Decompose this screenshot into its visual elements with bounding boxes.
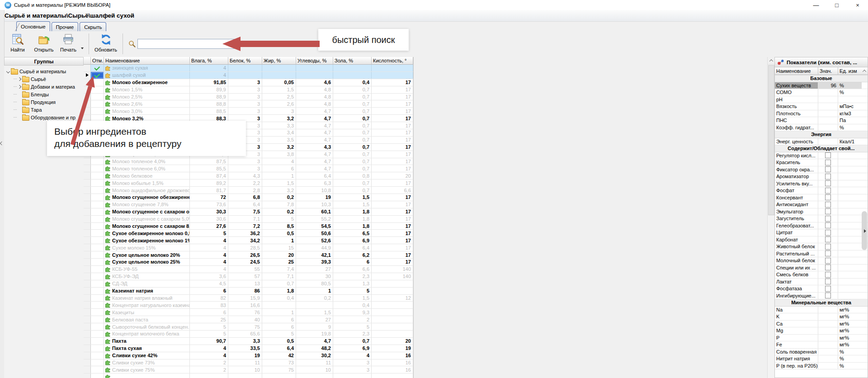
checkbox[interactable] bbox=[825, 293, 831, 298]
indicator-row[interactable]: Регулятор кисл... bbox=[775, 152, 868, 160]
check-cell[interactable] bbox=[91, 244, 104, 251]
check-cell[interactable] bbox=[91, 373, 104, 378]
table-row[interactable]: СД-ЭД4,5130,780,51,3 bbox=[84, 280, 413, 288]
scroll-up-button[interactable] bbox=[768, 57, 775, 65]
maximize-button[interactable]: □ bbox=[826, 0, 847, 10]
print-dropdown-button[interactable] bbox=[80, 33, 85, 56]
indicator-value[interactable] bbox=[818, 180, 838, 187]
sidebar-item-0[interactable]: Сырьё и материалы bbox=[4, 67, 84, 75]
check-cell[interactable] bbox=[91, 65, 104, 71]
indicator-value[interactable] bbox=[818, 243, 838, 250]
check-cell[interactable] bbox=[91, 331, 104, 337]
table-row[interactable]: Молоко 2,6%88,832,64,80,717 bbox=[84, 100, 413, 108]
indicator-row[interactable]: Антиоксидант bbox=[775, 201, 868, 208]
table-row[interactable]: КСБ-УФ-554557,4276,6140 bbox=[84, 266, 413, 273]
table-row[interactable]: Сухое цельное молоко 25%424,52539,3617 bbox=[84, 259, 413, 266]
sidebar-item-5[interactable]: Тара bbox=[4, 106, 84, 113]
check-cell[interactable] bbox=[91, 79, 104, 86]
indicator-row[interactable]: Усилитель вку... bbox=[775, 180, 868, 188]
tab-main[interactable]: Основные bbox=[16, 21, 50, 31]
indicator-value[interactable] bbox=[818, 265, 838, 271]
checkbox[interactable] bbox=[825, 216, 831, 222]
indicator-value[interactable] bbox=[818, 166, 838, 173]
table-row[interactable]: шалфей сухой4 bbox=[84, 72, 413, 79]
indicator-row[interactable]: Feмг% bbox=[775, 341, 868, 349]
table-row[interactable]: Сухое цельное молоко 20%426,52042,16,217 bbox=[84, 251, 413, 259]
panel-splitter-arrow-icon[interactable] bbox=[864, 229, 866, 233]
indicator-value[interactable] bbox=[818, 187, 838, 194]
indicator-row[interactable]: Гелеобразоват... bbox=[775, 222, 868, 230]
indicator-value[interactable] bbox=[818, 173, 838, 180]
column-header-2[interactable]: Наименование bbox=[104, 57, 190, 65]
check-cell[interactable] bbox=[91, 366, 104, 373]
sidebar-item-2[interactable]: Добавки и материа bbox=[4, 83, 84, 90]
checkbox[interactable] bbox=[825, 250, 831, 256]
indicator-value[interactable] bbox=[818, 279, 838, 285]
table-row[interactable]: Концентрат молочного белка565,6519,82,3 bbox=[84, 331, 413, 338]
column-header-5[interactable]: Жир, % bbox=[262, 57, 296, 65]
checkbox[interactable] bbox=[825, 230, 831, 236]
check-cell[interactable] bbox=[91, 216, 104, 222]
table-row[interactable]: Сухое молоко 15%428,51544,96,417 bbox=[84, 244, 413, 251]
indicator-row[interactable]: Коэфф. гидрат...% bbox=[775, 124, 868, 132]
minimize-button[interactable]: — bbox=[806, 0, 826, 10]
check-cell[interactable] bbox=[91, 316, 104, 323]
column-header-1[interactable]: Отм. bbox=[91, 57, 104, 65]
indicator-row[interactable]: P (в пер. на Р205)% bbox=[775, 363, 868, 370]
indicator-row[interactable]: Фиксатор окра... bbox=[775, 166, 868, 174]
column-name[interactable]: Наименование bbox=[775, 67, 818, 75]
check-cell[interactable] bbox=[91, 259, 104, 265]
check-cell[interactable] bbox=[91, 295, 104, 302]
indicator-row[interactable]: ВязкостьмПа•с bbox=[775, 103, 868, 110]
indicator-row[interactable]: Краситель bbox=[775, 159, 868, 166]
column-header-6[interactable]: Углеводы, % bbox=[296, 57, 333, 65]
checkbox[interactable] bbox=[825, 188, 831, 194]
checkbox[interactable] bbox=[825, 279, 831, 284]
table-row[interactable]: Сухое обезжиренное молоко 0,5%536,20,550… bbox=[84, 230, 413, 237]
check-cell[interactable] bbox=[91, 72, 104, 79]
table-row[interactable] bbox=[84, 373, 413, 378]
indicator-row[interactable]: Молочный белок bbox=[775, 257, 868, 265]
indicator-value[interactable] bbox=[818, 250, 838, 257]
indicator-value[interactable] bbox=[818, 159, 838, 166]
indicator-value[interactable] bbox=[818, 229, 838, 236]
indicator-row[interactable]: Растительный ... bbox=[775, 250, 868, 258]
find-button[interactable]: Найти bbox=[5, 33, 31, 52]
table-row[interactable]: Молоко сгущенное обезжиренное726,80,2191… bbox=[84, 194, 413, 201]
indicator-row[interactable]: Pмг% bbox=[775, 335, 868, 342]
sidebar-item-4[interactable]: Продукция bbox=[4, 98, 84, 106]
indicator-row[interactable]: Плотностькг/м3 bbox=[775, 110, 868, 118]
indicator-value[interactable] bbox=[818, 285, 838, 292]
check-cell[interactable] bbox=[91, 208, 104, 215]
check-cell[interactable] bbox=[91, 280, 104, 287]
checkbox[interactable] bbox=[825, 194, 831, 200]
check-cell[interactable] bbox=[91, 309, 104, 316]
chevron-right-icon[interactable] bbox=[18, 85, 21, 88]
indicator-value[interactable] bbox=[818, 257, 838, 264]
indicator-row[interactable]: Соль поваренная% bbox=[775, 349, 868, 356]
table-row[interactable]: Молоко белковое87,44,316,40,820 bbox=[84, 172, 413, 180]
indicator-value[interactable] bbox=[818, 152, 838, 159]
sidebar-item-1[interactable]: Сырьё bbox=[4, 75, 84, 83]
table-row[interactable]: Молоко обезжиренное91,8530,054,60,417 bbox=[84, 79, 413, 86]
check-cell[interactable] bbox=[91, 230, 104, 236]
column-header-8[interactable]: Кислотность, ° bbox=[372, 57, 413, 65]
indicator-row[interactable]: pH bbox=[775, 96, 868, 104]
table-row[interactable]: Белковая паста25406272 bbox=[84, 316, 413, 323]
checkbox[interactable] bbox=[825, 180, 831, 186]
table-row[interactable]: Молоко 1,5%89,931,54,80,717 bbox=[84, 86, 413, 94]
checkbox[interactable] bbox=[825, 244, 831, 250]
indicator-value[interactable] bbox=[818, 222, 838, 229]
open-button[interactable]: Открыть bbox=[31, 33, 57, 52]
checkbox[interactable] bbox=[825, 174, 831, 180]
checkbox[interactable] bbox=[825, 152, 831, 158]
panel-scroll-up-button[interactable] bbox=[861, 67, 868, 75]
check-cell[interactable] bbox=[91, 237, 104, 244]
table-row[interactable]: Молоко 3,0%88,5334,70,717 bbox=[84, 108, 413, 115]
table-row[interactable]: Сливки сухие 73%2117311316 bbox=[84, 359, 413, 367]
check-cell[interactable] bbox=[91, 158, 104, 165]
table-row[interactable]: Сливки сухие 75%2107510316 bbox=[84, 366, 413, 373]
check-cell[interactable] bbox=[91, 352, 104, 359]
check-cell[interactable] bbox=[91, 302, 104, 308]
indicator-row[interactable]: Специи или их ... bbox=[775, 265, 868, 272]
